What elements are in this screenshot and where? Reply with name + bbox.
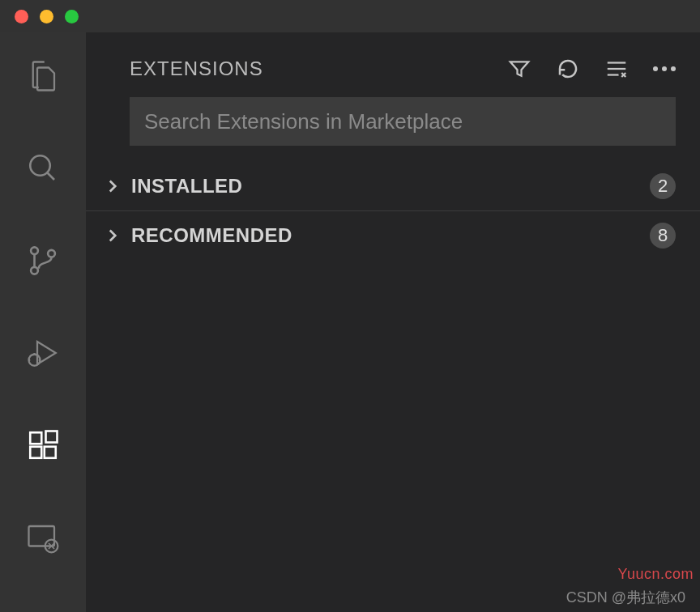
search-container: [86, 97, 700, 162]
search-icon: [26, 151, 60, 185]
sidebar-header: EXTENSIONS: [86, 32, 700, 97]
svg-point-4: [48, 250, 55, 257]
filter-button[interactable]: [507, 57, 531, 81]
header-actions: [507, 57, 676, 81]
debug-tab[interactable]: [22, 332, 64, 374]
svg-point-3: [31, 267, 38, 274]
activity-bar: [0, 32, 86, 612]
installed-section[interactable]: INSTALLED 2: [86, 162, 700, 211]
section-left: RECOMMENDED: [102, 224, 292, 247]
recommended-section[interactable]: RECOMMENDED 8: [86, 211, 700, 260]
search-tab[interactable]: [22, 147, 64, 189]
recommended-count-badge: 8: [650, 223, 676, 249]
section-left: INSTALLED: [102, 175, 242, 198]
more-actions-button[interactable]: [653, 66, 676, 71]
installed-count-badge: 2: [650, 173, 676, 199]
extensions-sidebar: EXTENSIONS: [86, 32, 700, 612]
titlebar: [0, 0, 700, 32]
svg-rect-13: [45, 447, 56, 458]
explorer-tab[interactable]: [22, 55, 64, 97]
source-control-tab[interactable]: [22, 240, 64, 282]
remote-icon: [26, 521, 60, 555]
sidebar-title: EXTENSIONS: [130, 57, 263, 80]
more-icon: [653, 66, 676, 71]
svg-rect-14: [46, 431, 58, 443]
recommended-label: RECOMMENDED: [131, 224, 292, 247]
files-icon: [26, 59, 60, 93]
close-window-button[interactable]: [15, 10, 28, 23]
clear-button[interactable]: [604, 57, 629, 81]
watermark-site: Yuucn.com: [617, 566, 694, 583]
search-input[interactable]: [130, 97, 676, 146]
svg-line-1: [47, 172, 54, 180]
remote-tab[interactable]: [22, 516, 64, 559]
extensions-icon: [26, 428, 60, 462]
filter-icon: [507, 57, 531, 81]
installed-label: INSTALLED: [131, 175, 242, 198]
watermark-author: CSDN @弗拉德x0: [566, 588, 685, 607]
refresh-icon: [556, 57, 580, 81]
svg-rect-12: [30, 447, 41, 458]
svg-point-2: [31, 247, 38, 254]
svg-point-0: [30, 155, 50, 176]
main-container: EXTENSIONS: [0, 32, 700, 612]
extensions-tab[interactable]: [22, 424, 64, 466]
svg-rect-15: [29, 526, 55, 546]
branch-icon: [26, 244, 60, 278]
maximize-window-button[interactable]: [65, 10, 79, 23]
debug-icon: [26, 336, 60, 370]
svg-line-10: [38, 355, 39, 356]
clear-list-icon: [604, 57, 629, 81]
refresh-button[interactable]: [556, 57, 580, 81]
minimize-window-button[interactable]: [40, 10, 53, 23]
chevron-right-icon: [102, 225, 123, 246]
svg-rect-11: [30, 432, 41, 444]
chevron-right-icon: [102, 176, 123, 197]
svg-line-9: [30, 355, 31, 356]
